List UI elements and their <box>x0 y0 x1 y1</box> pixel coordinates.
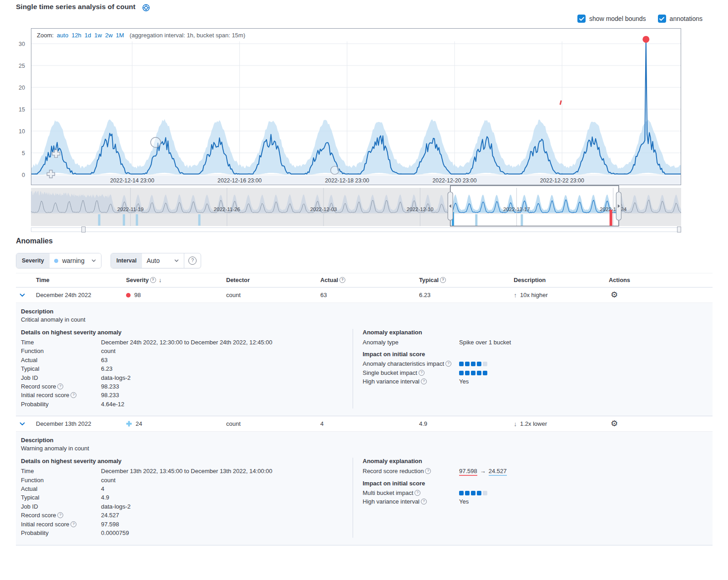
details-column: Details on highest severity anomaly Time… <box>21 329 353 409</box>
details-heading: Details on highest severity anomaly <box>21 329 353 336</box>
svg-text:2022-12-17: 2022-12-17 <box>503 207 530 212</box>
description-text: Critical anomaly in count <box>21 316 706 323</box>
annotations-checkbox[interactable] <box>658 15 666 23</box>
aggregation-note: (aggregation interval: 1h, bucket span: … <box>130 32 245 39</box>
annotations-control: annotations <box>658 15 703 23</box>
impact-heading: Impact on initial score <box>363 351 706 358</box>
arrow-up-icon: ↑ <box>514 292 517 299</box>
zoom-option-1M[interactable]: 1M <box>116 32 124 39</box>
anomaly-typical: 6.23 <box>419 287 430 303</box>
zoom-option-12h[interactable]: 12h <box>71 32 81 39</box>
info-icon: ? <box>339 277 345 283</box>
anomaly-details-expanded: Description Warning anomaly in count Det… <box>16 431 713 545</box>
show-model-bounds-checkbox[interactable] <box>577 15 586 23</box>
col-header-severity[interactable]: Severity?↓ <box>126 273 162 287</box>
col-header-actual[interactable]: Actual? <box>320 273 345 287</box>
initial-score: 97.598 <box>459 468 477 476</box>
info-icon: ? <box>150 277 156 283</box>
chart-display-controls: show model bounds annotations <box>577 15 703 23</box>
navigator-scroll-track[interactable] <box>31 227 681 232</box>
zoom-option-1w[interactable]: 1w <box>94 32 102 39</box>
zoom-option-auto[interactable]: auto <box>57 32 68 39</box>
svg-text:5: 5 <box>22 150 25 156</box>
collapse-row-button[interactable] <box>19 420 26 428</box>
severity-filter-select[interactable]: warning <box>50 253 101 268</box>
anomaly-detector: count <box>226 287 241 303</box>
col-header-detector[interactable]: Detector <box>226 273 250 287</box>
svg-text:25: 25 <box>19 63 25 69</box>
impact-score-bar <box>459 368 489 377</box>
info-icon: ? <box>440 277 446 283</box>
context-navigator-chart[interactable]: 2022-11-192022-11-262022-12-032022-12-10… <box>31 185 681 227</box>
anomalies-table-header: Time Severity?↓ Detector Actual? Typical… <box>16 273 713 287</box>
severity-filter-value: warning <box>62 257 85 264</box>
description-heading: Description <box>21 308 706 315</box>
single-metric-viewer: Single time series analysis of count sho… <box>0 0 728 580</box>
svg-text:2022-12-16 23:00: 2022-12-16 23:00 <box>217 177 262 184</box>
col-header-typical[interactable]: Typical? <box>419 273 446 287</box>
anomaly-severity: 24 <box>126 416 142 431</box>
details-heading: Details on highest severity anomaly <box>21 458 353 464</box>
anomaly-actual: 4 <box>320 416 324 431</box>
info-icon: ? <box>421 499 427 504</box>
zoom-option-2w[interactable]: 2w <box>105 32 113 39</box>
score-reduction-value: 97.598→24.527 <box>459 467 507 475</box>
description-heading: Description <box>21 437 706 444</box>
check-icon <box>579 17 584 21</box>
interval-filter-value: Auto <box>147 257 160 264</box>
sort-desc-icon: ↓ <box>159 277 162 283</box>
explanation-column: Anomaly explanation Anomaly typeSpike ov… <box>353 329 706 409</box>
impact-score-bar <box>459 359 489 368</box>
svg-text:0: 0 <box>22 172 25 178</box>
arrow-down-icon: ↓ <box>514 420 517 428</box>
row-actions-gear-icon[interactable]: ⚙ <box>611 416 618 431</box>
svg-text:2022-11-26: 2022-11-26 <box>214 207 240 212</box>
interval-help-button[interactable]: ? <box>184 253 201 268</box>
severity-filter-group: Severity warning <box>16 253 101 268</box>
svg-text:2022-12-14 23:00: 2022-12-14 23:00 <box>110 177 154 184</box>
final-score: 24.527 <box>489 468 507 476</box>
col-header-description: Description <box>514 273 546 287</box>
interval-filter-group: Interval Auto ? <box>111 253 201 268</box>
anomaly-time: December 24th 2022 <box>36 287 91 303</box>
svg-text:2022-12-22 23:00: 2022-12-22 23:00 <box>540 177 584 184</box>
zoom-option-1d[interactable]: 1d <box>85 32 91 39</box>
interval-filter-select[interactable]: Auto <box>142 253 184 268</box>
info-icon: ? <box>415 490 420 496</box>
chevron-down-icon <box>19 420 26 428</box>
details-column: Details on highest severity anomaly Time… <box>21 458 353 537</box>
svg-text:2022-12-10: 2022-12-10 <box>407 207 434 212</box>
anomaly-description: ↓ 1.2x lower <box>514 416 547 431</box>
zoom-controls: Zoom: auto 12h 1d 1w 2w 1M (aggregation … <box>31 29 681 41</box>
show-model-bounds-control: show model bounds <box>577 15 646 23</box>
page-title: Single time series analysis of count <box>16 3 136 11</box>
chevron-down-icon <box>19 292 26 299</box>
annotations-label: annotations <box>670 15 703 22</box>
critical-dot-icon <box>126 293 131 298</box>
row-actions-gear-icon[interactable]: ⚙ <box>611 287 618 303</box>
table-row: December 13th 2022 24 count 4 4.9 ↓ 1.2x… <box>16 416 713 431</box>
anomaly-time: December 13th 2022 <box>36 416 91 431</box>
collapse-row-button[interactable] <box>19 292 26 299</box>
arrow-right-icon: → <box>480 468 486 474</box>
question-circle-icon: ? <box>188 257 197 265</box>
anomaly-detector: count <box>226 416 241 431</box>
table-row: December 24th 2022 98 count 63 6.23 ↑ 10… <box>16 287 713 303</box>
check-icon <box>659 17 664 21</box>
anomaly-details-expanded: Description Critical anomaly in count De… <box>16 303 713 416</box>
explanation-column: Anomaly explanation Record score reducti… <box>353 458 706 537</box>
focus-chart-panel: Zoom: auto 12h 1d 1w 2w 1M (aggregation … <box>31 28 681 185</box>
focus-chart[interactable]: 0510152025302022-12-14 23:002022-12-16 2… <box>31 41 681 185</box>
info-icon: ? <box>425 468 431 474</box>
info-icon: ? <box>421 378 427 384</box>
navigator-scroll-handle-left[interactable] <box>81 227 86 232</box>
svg-text:30: 30 <box>19 41 25 47</box>
anomaly-severity: 98 <box>126 287 141 303</box>
high-variance-value: Yes <box>459 377 469 386</box>
navigator-scroll-handle-right[interactable] <box>677 227 681 232</box>
col-header-time[interactable]: Time <box>36 273 50 287</box>
svg-text:2022-12-18 23:00: 2022-12-18 23:00 <box>325 177 369 184</box>
anomalies-table: Time Severity?↓ Detector Actual? Typical… <box>16 273 713 545</box>
lifebuoy-icon[interactable] <box>142 4 150 12</box>
info-icon: ? <box>71 521 76 527</box>
